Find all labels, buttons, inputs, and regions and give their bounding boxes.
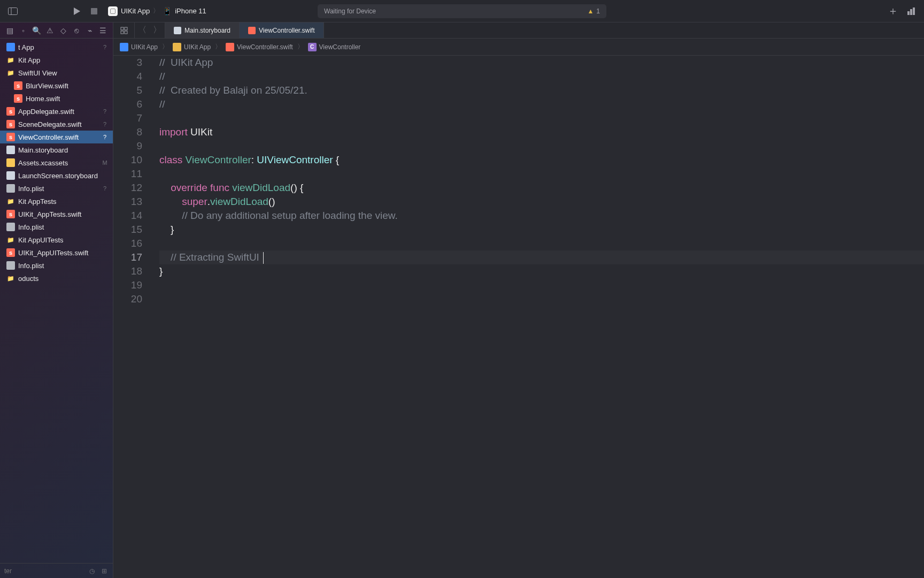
code-line-20[interactable] — [159, 292, 924, 306]
file-row-17[interactable]: Info.plist — [0, 259, 113, 272]
file-label: Info.plist — [18, 262, 98, 270]
file-row-3[interactable]: sBlurView.swift — [0, 79, 113, 92]
breakpoint-navigator-icon[interactable]: ⌁ — [85, 25, 94, 36]
file-label: LaunchScreen.storyboard — [18, 172, 98, 180]
code-line-10[interactable]: class ViewController: UIViewController { — [159, 153, 924, 167]
report-navigator-icon[interactable]: ☰ — [98, 25, 107, 36]
find-navigator-icon[interactable]: 🔍 — [32, 25, 41, 36]
nav-forward-button[interactable]: 〉 — [150, 25, 165, 36]
device-icon: 📱 — [163, 7, 172, 16]
crumb-label: ViewController — [319, 43, 361, 51]
warning-count: 1 — [596, 7, 600, 15]
line-number: 7 — [113, 111, 142, 125]
swift-icon: s — [14, 94, 22, 103]
file-row-5[interactable]: sAppDelegate.swift? — [0, 105, 113, 118]
code-line-11[interactable] — [159, 167, 924, 181]
svg-marker-2 — [74, 7, 80, 15]
code-line-18[interactable]: } — [159, 264, 924, 278]
file-label: t App — [18, 43, 98, 51]
recent-filter-icon[interactable]: ◷ — [88, 567, 97, 575]
related-items-icon[interactable] — [113, 22, 135, 38]
test-navigator-icon[interactable]: ◇ — [59, 25, 68, 36]
code-line-12[interactable]: override func viewDidLoad() { — [159, 181, 924, 195]
scheme-selector[interactable]: UIKit App 〉 📱 iPhone 11 — [108, 6, 206, 16]
file-row-12[interactable]: 📁Kit AppTests — [0, 195, 113, 208]
status-bar[interactable]: Waiting for Device ▲ 1 — [318, 4, 606, 18]
story-icon — [174, 27, 181, 34]
file-row-6[interactable]: sSceneDelegate.swift? — [0, 118, 113, 131]
file-row-13[interactable]: sUIKit_AppTests.swift — [0, 208, 113, 220]
issue-navigator-icon[interactable]: ⚠ — [45, 25, 55, 36]
tab-viewcontroller-swift[interactable]: ViewController.swift — [240, 22, 324, 38]
source-control-icon[interactable]: ◦ — [19, 25, 28, 36]
line-number: 6 — [113, 97, 142, 111]
breadcrumb-separator: 〉 — [160, 42, 171, 51]
code-line-17[interactable]: // Extracting SwiftUI — [159, 250, 924, 264]
code-line-4[interactable]: // — [159, 70, 924, 83]
crumb-0[interactable]: UIKit App — [120, 43, 158, 51]
file-label: ViewController.swift — [18, 133, 98, 141]
nav-back-button[interactable]: 〈 — [135, 25, 150, 36]
breadcrumb[interactable]: UIKit App〉UIKit App〉ViewController.swift… — [113, 39, 924, 56]
file-row-4[interactable]: sHome.swift — [0, 92, 113, 105]
run-button[interactable] — [70, 4, 84, 19]
tab-main-storyboard[interactable]: Main.storyboard — [165, 22, 240, 38]
file-row-1[interactable]: 📁Kit App — [0, 54, 113, 66]
swift-icon: s — [6, 210, 15, 218]
add-editor-button[interactable]: ＋ — [886, 4, 900, 19]
line-number: 19 — [113, 278, 142, 292]
file-row-8[interactable]: Main.storyboard — [0, 143, 113, 156]
crumb-1[interactable]: UIKit App — [173, 43, 211, 51]
code-line-16[interactable] — [159, 237, 924, 250]
code-line-19[interactable] — [159, 278, 924, 292]
warnings-button[interactable]: ▲ 1 — [587, 7, 600, 15]
svg-rect-9 — [125, 31, 127, 34]
filter-input[interactable] — [4, 567, 84, 575]
svg-rect-8 — [121, 31, 124, 34]
file-row-15[interactable]: 📁Kit AppUITests — [0, 233, 113, 246]
file-row-18[interactable]: 📁oducts — [0, 272, 113, 285]
code-line-6[interactable]: // — [159, 97, 924, 111]
file-row-14[interactable]: Info.plist — [0, 220, 113, 233]
line-number: 14 — [113, 209, 142, 223]
scm-status: M — [101, 159, 109, 166]
plist-icon — [6, 184, 15, 193]
file-row-7[interactable]: sViewController.swift? — [0, 131, 113, 143]
line-number: 13 — [113, 195, 142, 209]
code-line-15[interactable]: } — [159, 223, 924, 237]
code-line-13[interactable]: super.viewDidLoad() — [159, 195, 924, 209]
code-line-3[interactable]: // UIKit App — [159, 56, 924, 70]
line-gutter: 34567891011121314151617181920 — [113, 56, 150, 578]
file-row-2[interactable]: 📁SwiftUI View — [0, 66, 113, 79]
file-row-16[interactable]: sUIKit_AppUITests.swift — [0, 246, 113, 259]
code-line-5[interactable]: // Created by Balaji on 25/05/21. — [159, 83, 924, 97]
proj-icon — [120, 43, 128, 51]
breadcrumb-separator: 〉 — [213, 42, 224, 51]
svg-rect-3 — [907, 11, 910, 15]
file-row-9[interactable]: Assets.xcassetsM — [0, 156, 113, 169]
crumb-2[interactable]: ViewController.swift — [226, 43, 292, 51]
navigator-sidebar: ▤ ◦ 🔍 ⚠ ◇ ⎋ ⌁ ☰ t App?📁Kit App📁SwiftUI V… — [0, 22, 113, 578]
code-area[interactable]: // UIKit App//// Created by Balaji on 25… — [150, 56, 924, 578]
code-editor[interactable]: 34567891011121314151617181920 // UIKit A… — [113, 56, 924, 578]
scm-status: ? — [101, 121, 109, 127]
folder-icon: 📁 — [6, 274, 15, 283]
file-row-11[interactable]: Info.plist? — [0, 182, 113, 195]
sidebar-toggle-icon[interactable] — [5, 4, 20, 19]
stop-button[interactable] — [87, 4, 102, 19]
file-row-10[interactable]: LaunchScreen.storyboard — [0, 169, 113, 182]
swift-icon — [226, 43, 234, 51]
debug-navigator-icon[interactable]: ⎋ — [72, 25, 81, 36]
library-button[interactable] — [904, 4, 919, 19]
file-label: Home.swift — [26, 95, 98, 103]
project-navigator-icon[interactable]: ▤ — [5, 25, 14, 36]
code-line-14[interactable]: // Do any additional setup after loading… — [159, 209, 924, 223]
code-line-9[interactable] — [159, 139, 924, 153]
scm-filter-icon[interactable]: ⊞ — [100, 567, 109, 575]
crumb-3[interactable]: CViewController — [308, 43, 361, 51]
code-line-8[interactable]: import UIKit — [159, 125, 924, 139]
code-line-7[interactable] — [159, 111, 924, 125]
swift-icon: s — [6, 120, 15, 128]
file-row-0[interactable]: t App? — [0, 41, 113, 54]
file-tree[interactable]: t App?📁Kit App📁SwiftUI ViewsBlurView.swi… — [0, 39, 113, 563]
